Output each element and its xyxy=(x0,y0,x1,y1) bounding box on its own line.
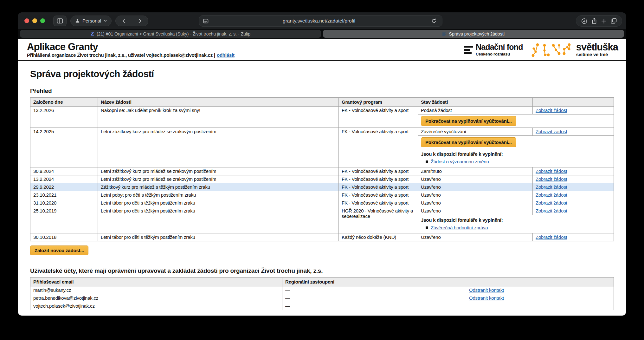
share-icon xyxy=(591,18,597,24)
browser-window: Personal granty.svetluska.net/zadatel/pr… xyxy=(18,12,626,316)
users-heading: Uživatelské účty, které mají oprávnění u… xyxy=(30,267,614,274)
login-info-text: Přihlášená organizace Život trochu jinak… xyxy=(27,52,215,58)
application-status: Podaná žádost xyxy=(418,107,533,114)
application-forms-cell: Jsou k dispozici fomuláře k vyplnění:Žád… xyxy=(418,149,614,167)
address-bar[interactable]: granty.svetluska.net/zadatel/profil xyxy=(199,15,442,27)
application-name: Letní zážitkový kurz pro mládež se zrako… xyxy=(98,167,339,175)
login-info: Přihlášená organizace Život trochu jinak… xyxy=(27,52,235,58)
zulip-icon: Z xyxy=(91,31,94,37)
tab-overview-button[interactable] xyxy=(609,16,618,25)
view-application-link[interactable]: Zobrazit žádost xyxy=(536,200,567,206)
profile-menu-button[interactable]: Personal xyxy=(70,16,112,26)
remove-contact-link[interactable]: Odstranit kontakt xyxy=(469,287,504,293)
application-status: Zamítnuto xyxy=(418,167,533,175)
view-application-link[interactable]: Zobrazit žádost xyxy=(536,108,567,113)
view-application-link[interactable]: Zobrazit žádost xyxy=(536,168,567,174)
column-header: Název žádosti xyxy=(98,98,339,107)
nav-buttons xyxy=(115,16,148,26)
tab-title: Správa projektových žádostí xyxy=(449,31,505,36)
view-application-link[interactable]: Zobrazit žádost xyxy=(536,234,567,240)
user-email: petra.benedikova@zivotjinak.cz xyxy=(30,294,282,302)
applications-table: Založeno dneNázev žádostiGrantový progra… xyxy=(30,97,614,241)
application-status: Uzavřeno xyxy=(418,191,533,199)
column-header xyxy=(466,278,614,286)
application-program: FK - Volnočasové aktivity a sport xyxy=(339,107,418,128)
application-program: HGŘ 2020 - Volnočasové aktivity a sebere… xyxy=(339,207,418,233)
application-date: 29.9.2022 xyxy=(30,183,98,191)
tab-title: (21) #01 Organizacni > Grant Svetluska (… xyxy=(97,31,250,36)
view-application-link[interactable]: Zobrazit žádost xyxy=(536,184,567,190)
application-button-cell: Pokračovat na vyplňování vyúčtování... xyxy=(418,114,614,128)
application-name: Letní pobyt pro děti s těžkým postižením… xyxy=(98,191,339,199)
application-date: 30.10.2018 xyxy=(30,233,98,241)
new-application-button[interactable]: Založit novou žádost... xyxy=(30,245,88,255)
column-header: Založeno dne xyxy=(30,98,98,107)
zoom-window-button[interactable] xyxy=(40,18,45,23)
application-program: Každý něco dokáže (KND) xyxy=(339,233,418,241)
application-date: 13.2.2024 xyxy=(30,175,98,183)
user-region: — xyxy=(282,286,466,294)
tab-granty-active[interactable]: Správa projektových žádostí xyxy=(323,30,624,38)
sidebar-toggle-button[interactable] xyxy=(53,16,67,26)
share-button[interactable] xyxy=(590,16,599,25)
form-link[interactable]: Žádost o významnou změnu xyxy=(431,159,489,164)
user-action-cell: Odstranit kontakt xyxy=(466,286,614,294)
forward-button[interactable] xyxy=(132,16,148,26)
continue-settlement-button[interactable]: Pokračovat na vyplňování vyúčtování... xyxy=(421,137,516,147)
application-status: Uzavřeno xyxy=(418,183,533,191)
application-row: 30.9.2024Letní zážitkový kurz pro mládež… xyxy=(30,167,614,175)
sidebar-icon xyxy=(57,18,63,24)
tabs-icon xyxy=(611,18,617,24)
continue-settlement-button[interactable]: Pokračovat na vyplňování vyúčtování... xyxy=(421,116,516,126)
tab-bar: Z (21) #01 Organizacni > Grant Svetluska… xyxy=(18,29,626,39)
form-link[interactable]: Závěrečná hodnotící zpráva xyxy=(431,225,488,230)
application-action-cell: Zobrazit žádost xyxy=(533,207,614,215)
column-header: Regionální zastoupení xyxy=(282,278,466,286)
partner-logos: Nadační fond Českého rozhlasu xyxy=(464,42,618,57)
application-name: Letní tábor pro děti s těžkým postižením… xyxy=(98,233,339,241)
back-button[interactable] xyxy=(116,16,132,26)
plus-icon xyxy=(601,18,607,24)
view-application-link[interactable]: Zobrazit žádost xyxy=(536,208,567,213)
application-program: FK - Volnočasové aktivity a sport xyxy=(339,191,418,199)
view-application-link[interactable]: Zobrazit žádost xyxy=(536,176,567,182)
application-row: 23.10.2021Letní pobyt pro děti s těžkým … xyxy=(30,191,614,199)
forms-list-item: Žádost o významnou změnu xyxy=(426,159,611,164)
downloads-button[interactable] xyxy=(580,16,589,25)
application-row: 25.10.2019Letní tábor pro děti s těžkým … xyxy=(30,207,614,215)
nadacni-fond-text: Nadační fond Českého rozhlasu xyxy=(476,43,523,56)
site-header: Aplikace Granty Přihlášená organizace Ži… xyxy=(18,39,626,61)
svetluska-constellation-icon xyxy=(531,42,572,57)
application-date: 13.2.2026 xyxy=(30,107,98,128)
close-window-button[interactable] xyxy=(24,18,29,23)
application-name: Letní tábor pro děti s těžkým postižením… xyxy=(98,199,339,207)
view-application-link[interactable]: Zobrazit žádost xyxy=(536,192,567,198)
application-name: Nakopni se: Jak udělat prvník krok za sv… xyxy=(98,107,339,128)
application-program: FK - Volnočasové aktivity a sport xyxy=(339,183,418,191)
bullet-icon xyxy=(426,160,428,163)
nf-line1: Nadační fond xyxy=(476,43,523,51)
user-row: martin@sukany.cz—Odstranit kontakt xyxy=(30,286,614,294)
minimize-window-button[interactable] xyxy=(32,18,37,23)
logout-link[interactable]: odhlásit xyxy=(217,52,235,58)
browser-toolbar: Personal granty.svetluska.net/zadatel/pr… xyxy=(18,12,626,29)
application-program: FK - Volnočasové aktivity a sport xyxy=(339,128,418,167)
application-program: FK - Volnočasové aktivity a sport xyxy=(339,199,418,207)
user-email: martin@sukany.cz xyxy=(30,286,282,294)
reload-button[interactable] xyxy=(429,16,438,25)
application-name: Zážitkový kurz pro mládež s těžkým posti… xyxy=(98,183,339,191)
application-status: Závěrečné vyúčtování xyxy=(418,128,533,136)
application-action-cell: Zobrazit žádost xyxy=(533,175,614,183)
remove-contact-link[interactable]: Odstranit kontakt xyxy=(469,295,504,301)
tab-zulip[interactable]: Z (21) #01 Organizacni > Grant Svetluska… xyxy=(20,30,321,38)
main-area: Správa projektových žádostí Přehled Zalo… xyxy=(18,61,626,316)
column-header: Přihlašovací email xyxy=(30,278,282,286)
bullet-icon xyxy=(426,226,428,229)
view-application-link[interactable]: Zobrazit žádost xyxy=(536,129,567,134)
new-tab-button[interactable] xyxy=(600,16,609,25)
application-row: 13.2.2026Nakopni se: Jak udělat prvník k… xyxy=(30,107,614,114)
user-email: vojtech.polasek@zivotjinak.cz xyxy=(30,302,282,310)
application-date: 14.2.2025 xyxy=(30,128,98,167)
chevron-down-icon xyxy=(104,20,107,22)
forward-icon xyxy=(138,18,142,23)
